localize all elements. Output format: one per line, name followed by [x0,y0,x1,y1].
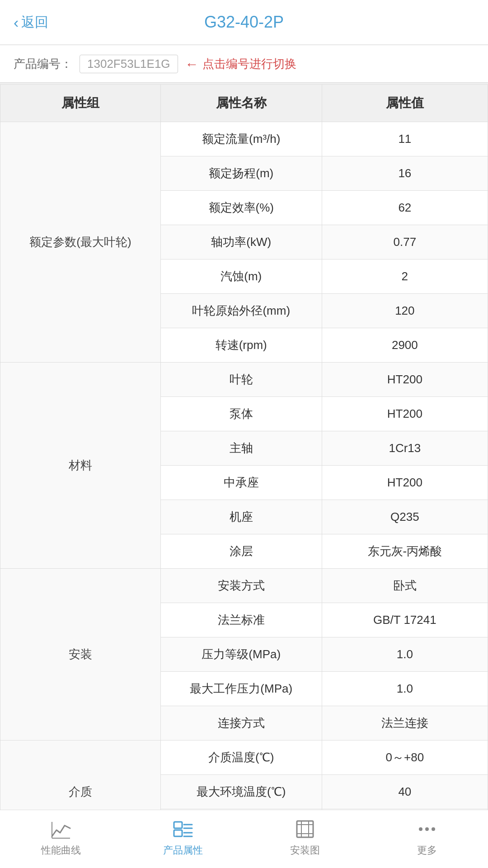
performance-icon [50,818,72,840]
svg-point-13 [419,827,422,831]
product-number-label: 产品编号： [14,56,72,72]
attribute-name-cell: 额定流量(m³/h) [160,122,322,156]
table-row: 安装安装方式卧式 [0,569,488,603]
svg-point-14 [425,827,429,831]
attribute-name-cell: 机座 [160,500,322,534]
group-cell: 材料 [0,363,161,569]
table-row: 材料叶轮HT200 [0,363,488,397]
nav-item-more[interactable]: 更多 [366,818,488,857]
back-label: 返回 [21,13,48,32]
attribute-name-cell: 转速(rpm) [160,328,322,363]
attribute-value-cell: 1.0 [322,672,488,706]
attribute-name-cell: 涂层 [160,534,322,569]
attributes-table-wrap: 属性组 属性名称 属性值 额定参数(最大叶轮)额定流量(m³/h)11额定扬程(… [0,84,488,868]
attribute-value-cell: 1Cr13 [322,431,488,466]
table-row: 介质介质温度(℃)0～+80 [0,741,488,775]
main-content: 属性组 属性名称 属性值 额定参数(最大叶轮)额定流量(m³/h)11额定扬程(… [0,84,488,868]
back-arrow-icon: ‹ [14,14,19,31]
switch-hint-text: 点击编号进行切换 [202,56,296,72]
attribute-name-cell: 主轴 [160,431,322,466]
attribute-name-cell: 压力等级(MPa) [160,637,322,672]
group-cell: 额定参数(最大叶轮) [0,122,161,363]
nav-label-more: 更多 [417,844,437,857]
attribute-value-cell: 40 [322,775,488,809]
attribute-value-cell: 0～+80 [322,741,488,775]
header: ‹ 返回 G32-40-2P [0,0,488,45]
attribute-value-cell: 120 [322,294,488,328]
attribute-value-cell: HT200 [322,363,488,397]
red-arrow-icon: ← [185,57,199,72]
svg-point-15 [432,827,435,831]
attribute-name-cell: 额定效率(%) [160,191,322,225]
attribute-name-cell: 轴功率(kW) [160,225,322,259]
svg-rect-3 [174,830,182,836]
svg-rect-8 [297,821,313,837]
attribute-value-cell: 东元灰-丙烯酸 [322,534,488,569]
attributes-icon [172,818,194,840]
attribute-name-cell: 叶轮 [160,363,322,397]
attribute-value-cell: 2 [322,259,488,294]
attribute-name-cell: 中承座 [160,466,322,500]
group-cell: 安装 [0,569,161,741]
attribute-name-cell: 泵体 [160,397,322,431]
more-icon [416,818,438,840]
attribute-name-cell: 汽蚀(m) [160,259,322,294]
svg-rect-2 [174,822,182,828]
product-bar: 产品编号： 1302F53L1E1G ← 点击编号进行切换 [0,46,488,83]
attribute-value-cell: 62 [322,191,488,225]
attribute-name-cell: 叶轮原始外径(mm) [160,294,322,328]
switch-hint[interactable]: ← 点击编号进行切换 [185,56,296,72]
attribute-value-cell: 1.0 [322,637,488,672]
nav-item-attributes[interactable]: 产品属性 [122,818,244,857]
attribute-value-cell: 0.77 [322,225,488,259]
attribute-value-cell: Q235 [322,500,488,534]
attribute-value-cell: 2900 [322,328,488,363]
bottom-nav: 性能曲线 产品属性 安装图 更多 [0,810,488,868]
back-button[interactable]: ‹ 返回 [14,13,48,32]
attribute-name-cell: 额定扬程(m) [160,156,322,191]
attributes-table: 属性组 属性名称 属性值 额定参数(最大叶轮)额定流量(m³/h)11额定扬程(… [0,84,488,868]
attribute-value-cell: 卧式 [322,569,488,603]
attribute-value-cell: 11 [322,122,488,156]
page-title: G32-40-2P [204,13,284,32]
nav-label-performance: 性能曲线 [41,844,81,857]
nav-label-install: 安装图 [290,844,320,857]
attribute-name-cell: 介质温度(℃) [160,741,322,775]
nav-label-attributes: 产品属性 [163,844,203,857]
attribute-name-cell: 最大环境温度(℃) [160,775,322,809]
install-icon [294,818,316,840]
col-header-group: 属性组 [0,85,161,122]
attribute-value-cell: HT200 [322,397,488,431]
col-header-value: 属性值 [322,85,488,122]
table-row: 额定参数(最大叶轮)额定流量(m³/h)11 [0,122,488,156]
attribute-name-cell: 法兰标准 [160,603,322,637]
nav-item-install[interactable]: 安装图 [244,818,366,857]
nav-item-performance[interactable]: 性能曲线 [0,818,122,857]
attribute-name-cell: 安装方式 [160,569,322,603]
attribute-name-cell: 连接方式 [160,706,322,741]
attribute-value-cell: 法兰连接 [322,706,488,741]
attribute-value-cell: GB/T 17241 [322,603,488,637]
attribute-value-cell: HT200 [322,466,488,500]
attribute-value-cell: 16 [322,156,488,191]
col-header-name: 属性名称 [160,85,322,122]
product-code[interactable]: 1302F53L1E1G [80,55,178,73]
attribute-name-cell: 最大工作压力(MPa) [160,672,322,706]
